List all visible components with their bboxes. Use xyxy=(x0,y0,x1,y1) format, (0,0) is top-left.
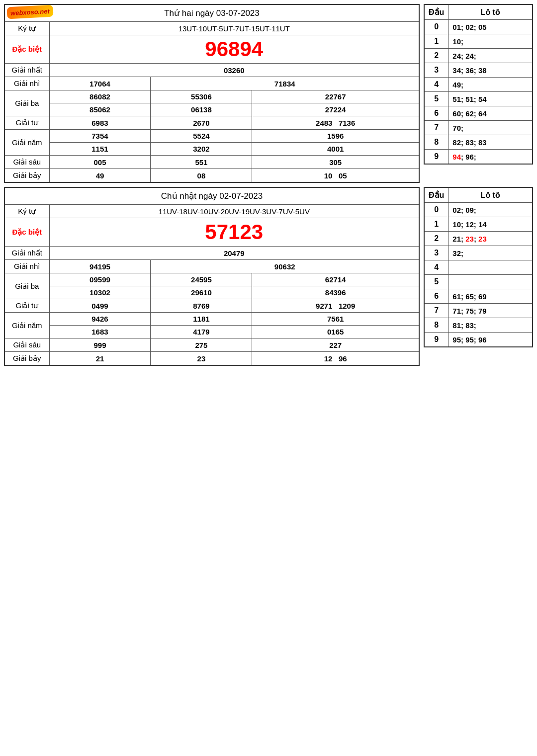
giai-nhat-row-2: Giải nhất 20479 xyxy=(4,247,419,260)
lo-to-dau: 4 xyxy=(424,260,448,275)
section2-header: Chủ nhật ngày 02-07-2023 xyxy=(161,191,263,201)
lo-to-dau: 2 xyxy=(424,49,448,63)
ky-tu-row-1: Ký tự 13UT-10UT-5UT-7UT-15UT-11UT xyxy=(4,22,419,35)
lo-to-col1-2: Đầu xyxy=(424,187,448,203)
lo-to-numbers: 32; xyxy=(448,246,533,260)
giai-nhi-row-2: Giải nhì 94195 90632 xyxy=(4,260,419,273)
giai-nhat-label-1: Giải nhất xyxy=(4,64,49,77)
lo-to-numbers: 10; xyxy=(448,34,533,49)
lo-to-row: 994; 96; xyxy=(424,150,533,165)
giai-bay-3-4: 10 05 xyxy=(252,169,419,183)
giai-nhat-value-1: 03260 xyxy=(49,64,419,77)
header-row-1: webxoso.net Thứ hai ngày 03-07-2023 xyxy=(4,4,419,22)
giai-nhat-value-2: 20479 xyxy=(49,247,419,260)
giai-nam-4: 1151 xyxy=(49,143,151,156)
giai-sau-4: 999 xyxy=(49,338,151,352)
giai-ba-10: 10302 xyxy=(49,286,151,299)
giai-bay-6: 23 xyxy=(151,352,252,366)
giai-ba-2: 55306 xyxy=(151,90,252,103)
giai-ba-8: 24595 xyxy=(151,273,252,286)
giai-bay-2: 08 xyxy=(151,169,252,183)
section1-header: Thứ hai ngày 03-07-2023 xyxy=(164,8,260,18)
lo-to-numbers: 24; 24; xyxy=(448,49,533,63)
giai-nam-7: 9426 xyxy=(49,313,151,326)
giai-tu-5: 0499 xyxy=(49,299,151,313)
giai-tu-row-2: Giải tư 0499 8769 9271 1209 xyxy=(4,299,419,313)
ky-tu-row-2: Ký tự 11UV-18UV-10UV-20UV-19UV-3UV-7UV-5… xyxy=(4,205,419,218)
giai-bay-row-1: Giải bảy 49 08 10 05 xyxy=(4,169,419,183)
giai-nam-11: 4179 xyxy=(151,326,252,338)
giai-tu-6: 8769 xyxy=(151,299,252,313)
lo-to-dau: 3 xyxy=(424,246,448,260)
lo-to-row: 995; 95; 96 xyxy=(424,333,533,347)
giai-nam-row-1a: Giải năm 7354 5524 1596 xyxy=(4,130,419,143)
giai-ba-row-2a: Giải ba 09599 24595 62714 xyxy=(4,273,419,286)
giai-nhi-val-3: 94195 xyxy=(49,260,151,273)
section2-row: Chủ nhật ngày 02-07-2023 Ký tự 11UV-18UV… xyxy=(4,187,533,366)
giai-ba-4: 85062 xyxy=(49,103,151,116)
lo-to-dau: 5 xyxy=(424,92,448,106)
lo-to-row: 551; 51; 54 xyxy=(424,92,533,106)
giai-bay-label-1: Giải bảy xyxy=(4,169,49,183)
giai-nhi-row-1: Giải nhì 17064 71834 xyxy=(4,77,419,90)
lo-to-numbers: 49; xyxy=(448,78,533,92)
giai-sau-1: 005 xyxy=(49,156,151,169)
giai-bay-7-8: 12 96 xyxy=(252,352,419,366)
lo-to-numbers xyxy=(448,275,533,289)
lo-to-table-2: Đầu Lô tô 002; 09;110; 12; 14221; 23; 23… xyxy=(424,187,533,347)
lo-to-numbers: 10; 12; 14 xyxy=(448,217,533,232)
lo-to-row: 882; 83; 83 xyxy=(424,135,533,150)
lo-to-col2-2: Lô tô xyxy=(448,187,533,203)
giai-nam-3: 1596 xyxy=(252,130,419,143)
lo-to-dau: 2 xyxy=(424,232,448,246)
ky-tu-label-2: Ký tự xyxy=(4,205,49,218)
lo-to-row: 660; 62; 64 xyxy=(424,106,533,121)
giai-ba-label-2: Giải ba xyxy=(4,273,49,299)
lo-to-dau: 7 xyxy=(424,121,448,135)
giai-nam-8: 1181 xyxy=(151,313,252,326)
giai-nam-label-1: Giải năm xyxy=(4,130,49,156)
lo-to-row: 110; 12; 14 xyxy=(424,217,533,232)
giai-bay-row-2: Giải bảy 21 23 12 96 xyxy=(4,352,419,366)
lo-to-row: 881; 83; xyxy=(424,318,533,333)
lo-to-body-2: 002; 09;110; 12; 14221; 23; 23332;45661;… xyxy=(424,203,533,347)
lo-to-dau: 9 xyxy=(424,333,448,347)
lo-to-dau: 0 xyxy=(424,203,448,217)
ky-tu-value-2: 11UV-18UV-10UV-20UV-19UV-3UV-7UV-5UV xyxy=(49,205,419,218)
giai-ba-1: 86082 xyxy=(49,90,151,103)
giai-nhi-label-2: Giải nhì xyxy=(4,260,49,273)
lo-to-row: 110; xyxy=(424,34,533,49)
giai-bay-1: 49 xyxy=(49,169,151,183)
dac-biet-row-2: Đặc biệt 57123 xyxy=(4,218,419,247)
giai-bay-label-2: Giải bảy xyxy=(4,352,49,366)
giai-tu-2: 2670 xyxy=(151,116,252,130)
giai-sau-label-1: Giải sáu xyxy=(4,156,49,169)
header-row-2: Chủ nhật ngày 02-07-2023 xyxy=(4,187,419,205)
lo-to-dau: 6 xyxy=(424,289,448,304)
dac-biet-label-2: Đặc biệt xyxy=(4,218,49,247)
lo-to-dau: 1 xyxy=(424,34,448,49)
lo-to-numbers: 82; 83; 83 xyxy=(448,135,533,150)
lo-to-row: 661; 65; 69 xyxy=(424,289,533,304)
lo-to-row: 224; 24; xyxy=(424,49,533,63)
giai-nhi-label-1: Giải nhì xyxy=(4,77,49,90)
lo-to-dau: 0 xyxy=(424,20,448,34)
giai-ba-7: 09599 xyxy=(49,273,151,286)
giai-sau-3: 305 xyxy=(252,156,419,169)
lo-to-dau: 9 xyxy=(424,150,448,165)
giai-sau-label-2: Giải sáu xyxy=(4,338,49,352)
lo-to-dau: 6 xyxy=(424,106,448,121)
giai-sau-6: 227 xyxy=(252,338,419,352)
lo-to-col2-1: Lô tô xyxy=(448,4,533,20)
giai-ba-6: 27224 xyxy=(252,103,419,116)
giai-sau-row-2: Giải sáu 999 275 227 xyxy=(4,338,419,352)
lo-to-header-1: Đầu Lô tô xyxy=(424,4,533,20)
lo-to-dau: 7 xyxy=(424,304,448,318)
lo-to-dau: 8 xyxy=(424,135,448,150)
giai-nhat-label-2: Giải nhất xyxy=(4,247,49,260)
lo-to-numbers: 21; 23; 23 xyxy=(448,232,533,246)
giai-tu-row-1: Giải tư 6983 2670 2483 7136 xyxy=(4,116,419,130)
lo-to-numbers: 60; 62; 64 xyxy=(448,106,533,121)
giai-nam-12: 0165 xyxy=(252,326,419,338)
lo-to-dau: 1 xyxy=(424,217,448,232)
